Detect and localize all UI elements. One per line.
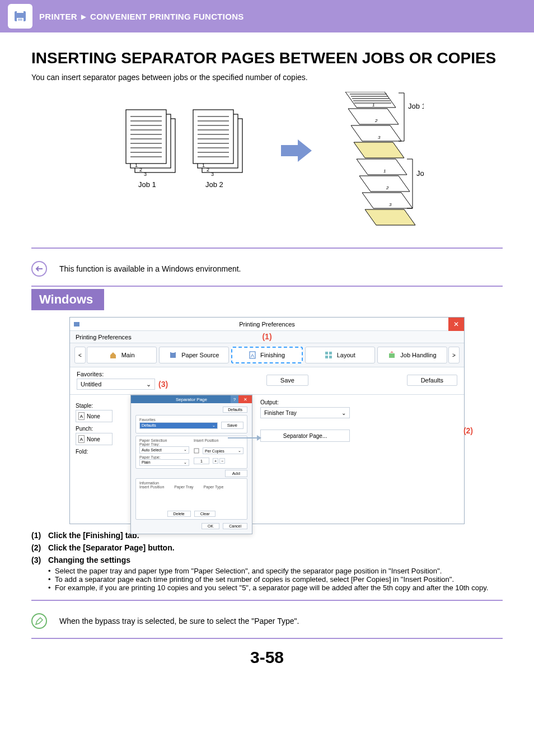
svg-marker-52 bbox=[359, 176, 410, 192]
illus-job2-label: Job 2 bbox=[205, 180, 223, 189]
svg-rect-65 bbox=[74, 322, 79, 326]
tab-layout[interactable]: Layout bbox=[305, 347, 375, 363]
step-3-title: Changing the settings bbox=[48, 556, 130, 564]
punch-label: Punch: bbox=[76, 426, 126, 432]
svg-text:3: 3 bbox=[144, 171, 147, 177]
step-1-title: Click the [Finishing] tab. bbox=[48, 531, 139, 540]
breadcrumb-section[interactable]: PRINTER bbox=[39, 12, 77, 21]
sep-ok-button[interactable]: OK bbox=[202, 523, 219, 529]
tab-prev-button[interactable]: < bbox=[74, 347, 86, 363]
svg-rect-7 bbox=[126, 110, 166, 164]
svg-rect-67 bbox=[171, 351, 175, 353]
svg-rect-23 bbox=[193, 110, 233, 164]
sep-paper-tray-label: Paper Tray: bbox=[139, 442, 189, 446]
sep-add-button[interactable]: Add bbox=[225, 470, 247, 477]
svg-marker-45 bbox=[348, 109, 399, 124]
count-up-button[interactable]: + bbox=[213, 458, 218, 464]
page-title: INSERTING SEPARATOR PAGES BETWEEN JOBS O… bbox=[31, 49, 503, 67]
svg-rect-75 bbox=[194, 449, 199, 453]
sep-dialog-title: Separator Page bbox=[176, 397, 207, 402]
svg-text:Job 2: Job 2 bbox=[416, 169, 424, 178]
illus-job1-label: Job 1 bbox=[138, 180, 156, 189]
close-button[interactable]: ✕ bbox=[448, 318, 464, 331]
per-copies-icon bbox=[194, 448, 199, 454]
svg-text:2: 2 bbox=[139, 167, 142, 172]
svg-text:1: 1 bbox=[135, 162, 138, 168]
sep-paper-tray-dropdown[interactable]: Auto Select⌄ bbox=[139, 446, 189, 454]
favorites-label: Favorites: bbox=[77, 371, 168, 377]
tab-paper-source[interactable]: Paper Source bbox=[159, 347, 229, 363]
separator-page-dialog: Separator Page ? ✕ Defaults Favorites De… bbox=[130, 395, 252, 534]
defaults-button[interactable]: Defaults bbox=[407, 375, 457, 386]
steps-list: (1)Click the [Finishing] tab. (2)Click t… bbox=[31, 531, 503, 592]
step-3-sub-1: Select the paper tray and paper type fro… bbox=[55, 567, 503, 575]
pencil-note-icon bbox=[31, 613, 47, 629]
callout-2: (2) bbox=[463, 426, 473, 435]
printer-icon bbox=[12, 8, 29, 25]
note-bypass-tray: When the bypass tray is selected, be sur… bbox=[59, 617, 299, 626]
punch-option[interactable]: ANone bbox=[76, 433, 113, 445]
fold-label: Fold: bbox=[76, 449, 126, 455]
save-button[interactable]: Save bbox=[266, 375, 308, 386]
count-down-button[interactable]: − bbox=[219, 458, 225, 464]
breadcrumb-subsection[interactable]: CONVENIENT PRINTING FUNCTIONS bbox=[90, 12, 244, 21]
sep-save-button[interactable]: Save bbox=[221, 422, 243, 429]
tab-main[interactable]: Main bbox=[87, 347, 157, 363]
separator-page-button[interactable]: Separator Page... bbox=[260, 430, 350, 442]
step-2-title: Click the [Separator Page] button. bbox=[48, 543, 175, 552]
sep-paper-selection-label: Paper Selection bbox=[139, 438, 189, 442]
lead-arrow-icon bbox=[228, 434, 261, 442]
step-3-sub-3: For example, if you are printing 10 copi… bbox=[55, 584, 503, 592]
svg-text:2: 2 bbox=[386, 185, 389, 190]
svg-text:2: 2 bbox=[374, 118, 378, 123]
output-dropdown[interactable]: Finisher Tray⌄ bbox=[260, 407, 350, 418]
tab-finishing[interactable]: A Finishing bbox=[231, 347, 302, 363]
printing-preferences-screenshot: Printing Preferences ✕ (1) Printing Pref… bbox=[69, 317, 465, 524]
tab-next-button[interactable]: > bbox=[448, 347, 460, 363]
svg-text:1: 1 bbox=[372, 102, 374, 108]
svg-rect-73 bbox=[329, 356, 332, 358]
staple-label: Staple: bbox=[76, 403, 126, 409]
svg-rect-70 bbox=[325, 352, 328, 354]
intro-text: You can insert separator pages between j… bbox=[31, 73, 503, 82]
printer-mini-icon bbox=[73, 321, 80, 328]
callout-1: (1) bbox=[262, 332, 271, 341]
sep-favorites-label: Favorites bbox=[139, 418, 243, 422]
svg-text:Job 1: Job 1 bbox=[408, 102, 424, 110]
window-title: Printing Preferences bbox=[239, 321, 295, 328]
svg-text:1: 1 bbox=[383, 169, 386, 174]
svg-rect-1 bbox=[17, 10, 24, 13]
sep-clear-button[interactable]: Clear bbox=[194, 511, 216, 517]
svg-rect-66 bbox=[170, 352, 176, 358]
svg-rect-72 bbox=[325, 356, 328, 358]
svg-rect-74 bbox=[389, 353, 395, 358]
sep-close-button[interactable]: ✕ bbox=[238, 395, 252, 403]
tab-job-handling[interactable]: Job Handling bbox=[377, 347, 447, 363]
svg-marker-77 bbox=[257, 435, 261, 441]
printer-section-icon bbox=[8, 4, 32, 29]
svg-text:3: 3 bbox=[378, 135, 381, 140]
prefs-subheader: Printing Preferences bbox=[76, 334, 132, 340]
svg-marker-54 bbox=[362, 193, 413, 208]
svg-text:3: 3 bbox=[211, 171, 214, 177]
svg-text:A: A bbox=[251, 353, 254, 358]
sep-info-list bbox=[139, 491, 243, 508]
svg-marker-56 bbox=[365, 209, 415, 225]
staple-option[interactable]: ANone bbox=[76, 410, 113, 422]
separator-illustration: 123 Job 1 123 Job 2 bbox=[31, 92, 503, 237]
sep-insert-position-dropdown[interactable]: Per Copies⌄ bbox=[203, 447, 243, 454]
sep-help-button[interactable]: ? bbox=[231, 395, 238, 403]
sep-delete-button[interactable]: Delete bbox=[167, 511, 191, 517]
sep-count-input[interactable]: 1 bbox=[194, 458, 209, 464]
sep-favorites-dropdown[interactable]: Defaults⌄ bbox=[139, 422, 218, 429]
page-number: 3-58 bbox=[31, 648, 503, 667]
svg-text:1: 1 bbox=[202, 162, 205, 168]
back-arrow-icon bbox=[31, 261, 47, 277]
sep-cancel-button[interactable]: Cancel bbox=[223, 523, 247, 529]
sep-paper-type-dropdown[interactable]: Plain⌄ bbox=[139, 459, 189, 466]
step-3-sub-2: To add a separator page each time printi… bbox=[55, 575, 503, 584]
output-label: Output: bbox=[260, 399, 456, 405]
favorites-dropdown[interactable]: Untitled⌄ bbox=[77, 379, 155, 390]
svg-marker-49 bbox=[354, 142, 404, 158]
sep-defaults-button[interactable]: Defaults bbox=[223, 407, 247, 413]
